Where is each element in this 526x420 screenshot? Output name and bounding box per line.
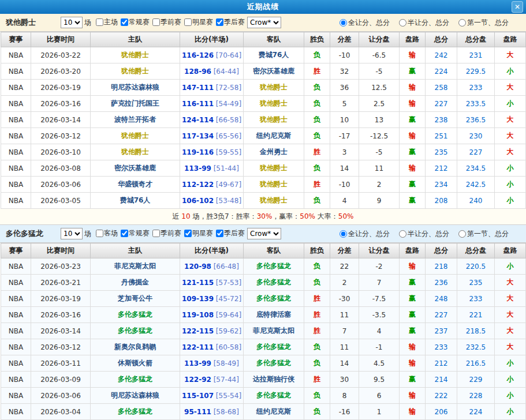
dialog-title: 近期战绩 <box>247 2 279 12</box>
ou-cell: 小 <box>495 372 526 388</box>
ou-cell: 小 <box>495 63 526 80</box>
filter-checkbox[interactable] <box>152 18 160 26</box>
company-select[interactable]: Crow* <box>247 228 281 239</box>
scope-radio[interactable] <box>340 19 347 27</box>
games-suffix-label: 场 <box>84 18 91 28</box>
scope-radio-item[interactable]: 全让分、总分 <box>340 18 390 28</box>
total-cell: 242 <box>426 47 457 63</box>
games-count-select[interactable]: 10 <box>61 228 83 239</box>
scope-radio[interactable] <box>340 230 347 238</box>
final-score: 119-108 <box>182 311 214 319</box>
score-cell: 106-102 [53-48] <box>180 193 244 209</box>
filter-checkbox[interactable] <box>184 18 192 26</box>
filter-checkbox-item[interactable]: 季前赛 <box>150 17 181 27</box>
scope-radio-group: 全让分、总分半让分、总分第一节、总分 <box>330 229 520 239</box>
away-team-cell: 达拉斯独行侠 <box>244 372 304 388</box>
handicap-result-cell: 输 <box>400 258 426 275</box>
column-header: 胜负 <box>304 32 330 47</box>
column-header: 盘路 <box>495 32 526 47</box>
company-select[interactable]: Crow* <box>247 17 281 28</box>
handicap-result-cell: 输 <box>400 160 426 177</box>
close-button[interactable]: ✕ <box>512 1 523 13</box>
games-count-select[interactable]: 10 <box>61 17 83 28</box>
summary-text: 大率： <box>315 212 338 220</box>
filter-checkbox-item[interactable]: 季前赛 <box>150 228 181 238</box>
score-cell: 115-107 [55-54] <box>180 388 244 404</box>
date-cell: 2026-03-23 <box>31 258 91 275</box>
score-cell: 117-134 [65-56] <box>180 128 244 144</box>
result-cell: 负 <box>304 128 330 144</box>
scope-radio[interactable] <box>458 19 466 27</box>
scope-radio-item[interactable]: 第一节、总分 <box>458 229 509 239</box>
filter-checkbox-label: 季前赛 <box>161 228 181 238</box>
total-line-cell: 229 <box>457 372 495 388</box>
half-score: [57-44] <box>211 376 239 384</box>
filter-checkbox-item[interactable]: 常规赛 <box>118 228 150 238</box>
filter-checkbox-item[interactable]: 客场 <box>94 228 118 238</box>
league-cell: NBA <box>1 128 31 144</box>
scope-radio-item[interactable]: 半让分、总分 <box>399 229 449 239</box>
final-score: 116-126 <box>182 51 214 59</box>
team-name-label: 犹他爵士 <box>6 17 59 28</box>
league-cell: NBA <box>1 275 31 291</box>
home-team-cell: 密尔沃基雄鹿 <box>91 160 180 177</box>
league-cell: NBA <box>1 96 31 112</box>
column-header: 让分盘 <box>359 243 400 258</box>
ou-cell: 大 <box>495 323 526 339</box>
total-line-cell: 242.5 <box>457 177 495 193</box>
handicap-cell: 7 <box>359 275 400 291</box>
filter-checkbox-item[interactable]: 明星赛 <box>182 17 213 27</box>
filter-checkbox-item[interactable]: 常规赛 <box>118 17 150 27</box>
filter-checkbox[interactable] <box>121 230 128 237</box>
handicap-result-cell: 赢 <box>400 307 426 323</box>
filter-checkbox[interactable] <box>184 230 192 237</box>
total-cell: 236 <box>426 275 457 291</box>
score-cell: 113-99 [51-44] <box>180 160 244 177</box>
filter-checkbox-item[interactable]: 季后赛 <box>214 17 245 27</box>
half-score: [66-58] <box>214 116 241 124</box>
filter-checkbox[interactable] <box>152 230 160 237</box>
filter-checkbox-item[interactable]: 明星赛 <box>182 228 213 238</box>
final-score: 95-111 <box>184 408 211 416</box>
date-cell: 2026-03-22 <box>31 47 91 63</box>
total-line-cell: 231 <box>457 47 495 63</box>
filter-checkbox-item[interactable]: 季后赛 <box>214 228 245 238</box>
ou-cell: 小 <box>495 96 526 112</box>
total-cell: 212 <box>426 355 457 372</box>
handicap-cell: -5 <box>359 63 400 80</box>
column-header: 客队 <box>244 243 304 258</box>
dialog-titlebar: 近期战绩 ✕ <box>0 0 526 14</box>
scope-radio-item[interactable]: 第一节、总分 <box>458 18 509 28</box>
filter-checkbox[interactable] <box>96 230 103 237</box>
total-cell: 238 <box>426 112 457 128</box>
scope-radio[interactable] <box>399 19 406 27</box>
scope-radio[interactable] <box>458 230 466 238</box>
final-score: 106-102 <box>182 197 214 205</box>
filter-checkbox-item[interactable]: 主场 <box>94 17 118 27</box>
result-cell: 胜 <box>304 63 330 80</box>
ou-cell: 大 <box>495 307 526 323</box>
date-cell: 2026-03-06 <box>31 177 91 193</box>
away-team-cell: 底特律活塞 <box>244 307 304 323</box>
column-header: 让分盘 <box>359 32 400 47</box>
scope-radio-item[interactable]: 全让分、总分 <box>340 229 390 239</box>
column-header: 盘路 <box>400 243 426 258</box>
filter-checkbox[interactable] <box>121 18 128 26</box>
filter-checkbox[interactable] <box>216 18 223 26</box>
total-line-cell: 240 <box>457 193 495 209</box>
home-team-cell: 多伦多猛龙 <box>91 404 180 420</box>
table-row: NBA2026-03-22犹他爵士116-126 [70-64]费城76人负-1… <box>1 47 526 63</box>
filter-checkbox[interactable] <box>216 230 223 237</box>
home-team-cell: 休斯顿火箭 <box>91 355 180 372</box>
handicap-result-cell: 赢 <box>400 144 426 160</box>
filter-checkbox[interactable] <box>96 18 103 26</box>
total-line-cell: 233 <box>457 291 495 307</box>
diff-cell: 22 <box>330 258 359 275</box>
ou-cell: 大 <box>495 339 526 355</box>
scope-radio[interactable] <box>399 230 406 238</box>
final-score: 122-115 <box>182 327 214 335</box>
date-cell: 2026-03-20 <box>31 63 91 80</box>
scope-radio-item[interactable]: 半让分、总分 <box>399 18 449 28</box>
scope-radio-label: 半让分、总分 <box>408 18 449 28</box>
column-header: 客队 <box>244 32 304 47</box>
